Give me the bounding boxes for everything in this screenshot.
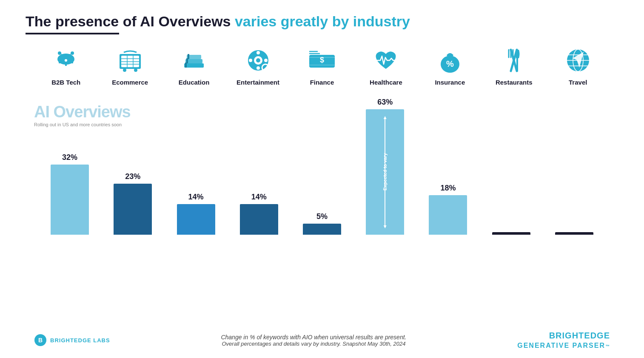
page-title: The presence of AI Overviews varies grea… bbox=[26, 13, 618, 30]
ecommerce-label: Ecommerce bbox=[112, 79, 148, 86]
footer-right: BRIGHTEDGE GENERATIVE PARSER™ bbox=[517, 331, 610, 349]
industry-education: Education bbox=[166, 45, 222, 86]
entertainment-icon bbox=[243, 45, 273, 75]
footer-left: B BRIGHTEDGE LABS bbox=[34, 334, 110, 347]
insurance-label: Insurance bbox=[435, 79, 465, 86]
footer: B BRIGHTEDGE LABS Change in % of keyword… bbox=[26, 326, 618, 349]
travel-label: Travel bbox=[569, 79, 587, 86]
finance-icon: $ bbox=[307, 45, 337, 75]
bar-ecommerce: 23% bbox=[107, 172, 158, 235]
ai-overviews-logo: AI Overviews Rolling out in US and more … bbox=[34, 103, 131, 127]
bar-restaurants-bar bbox=[492, 232, 530, 235]
ai-overviews-logo-text: AI Overviews bbox=[34, 103, 131, 121]
education-icon bbox=[179, 45, 209, 75]
brightedge-brand: BRIGHTEDGE GENERATIVE PARSER™ bbox=[517, 331, 610, 349]
bar-insurance-label: 18% bbox=[440, 184, 456, 193]
brightedge-labs-logo: B BRIGHTEDGE LABS bbox=[34, 334, 110, 347]
bar-education-label: 14% bbox=[188, 193, 204, 202]
finance-label: Finance bbox=[310, 79, 334, 86]
restaurants-icon bbox=[499, 45, 529, 75]
title-blue: varies greatly by industry bbox=[231, 13, 410, 29]
entertainment-label: Entertainment bbox=[237, 79, 279, 86]
chart-section: AI Overviews Rolling out in US and more … bbox=[26, 94, 618, 326]
industry-finance: $ Finance bbox=[294, 45, 350, 86]
b2btech-label: B2B Tech bbox=[51, 79, 80, 86]
bar-restaurants bbox=[486, 230, 537, 235]
industry-b2btech: B2B Tech bbox=[38, 45, 94, 86]
bar-healthcare-bar: ▲ ▼ Expected to vary bbox=[366, 109, 404, 235]
footer-note1: Change in % of keywords with AIO when un… bbox=[221, 334, 406, 341]
industry-healthcare: Healthcare bbox=[358, 45, 413, 86]
brand-line1: BRIGHTEDGE bbox=[549, 331, 610, 340]
title-area: The presence of AI Overviews varies grea… bbox=[26, 13, 618, 42]
bar-insurance-bar bbox=[429, 195, 467, 235]
bar-finance-bar bbox=[303, 224, 341, 235]
bar-travel bbox=[549, 230, 600, 235]
industry-restaurants: Restaurants bbox=[486, 45, 541, 86]
bar-travel-bar bbox=[555, 232, 593, 235]
svg-rect-21 bbox=[184, 63, 204, 68]
svg-point-33 bbox=[264, 59, 268, 62]
industry-ecommerce: Ecommerce bbox=[103, 45, 158, 86]
industry-entertainment: Entertainment bbox=[231, 45, 286, 86]
ai-overviews-subtitle: Rolling out in US and more countries soo… bbox=[34, 122, 131, 127]
education-label: Education bbox=[179, 79, 210, 86]
svg-rect-3 bbox=[71, 62, 73, 63]
svg-line-35 bbox=[268, 70, 270, 72]
bar-healthcare-label: 63% bbox=[377, 98, 393, 107]
svg-point-31 bbox=[256, 66, 260, 70]
svg-point-32 bbox=[249, 59, 252, 62]
bar-education-bar bbox=[177, 204, 215, 235]
footer-note2: Overall percentages and details vary by … bbox=[221, 341, 406, 347]
ecommerce-icon bbox=[115, 45, 145, 75]
industry-icons-row: B2B Tech bbox=[26, 45, 618, 86]
svg-text:B: B bbox=[38, 337, 43, 344]
title-black: The presence of AI Overviews bbox=[26, 13, 231, 29]
bar-b2btech-label: 32% bbox=[62, 153, 77, 162]
svg-point-29 bbox=[256, 58, 260, 63]
footer-center: Change in % of keywords with AIO when un… bbox=[221, 334, 406, 347]
bar-entertainment-bar bbox=[240, 204, 278, 235]
title-underline bbox=[26, 33, 119, 34]
bar-entertainment-label: 14% bbox=[251, 193, 267, 202]
b2btech-icon bbox=[51, 45, 81, 75]
svg-text:$: $ bbox=[320, 56, 324, 64]
bar-insurance: 18% bbox=[422, 184, 473, 235]
bar-b2btech: 32% bbox=[44, 153, 95, 235]
insurance-icon: % bbox=[435, 45, 465, 75]
svg-point-20 bbox=[134, 68, 137, 72]
svg-text:%: % bbox=[446, 59, 454, 68]
bar-healthcare: 63% ▲ ▼ Expected to vary bbox=[359, 98, 410, 235]
bar-entertainment: 14% bbox=[234, 193, 285, 235]
restaurants-label: Restaurants bbox=[496, 79, 533, 86]
brand-line2: GENERATIVE PARSER bbox=[517, 342, 605, 349]
bar-ecommerce-label: 23% bbox=[125, 172, 140, 181]
svg-point-44 bbox=[447, 54, 453, 59]
travel-icon bbox=[563, 45, 593, 75]
svg-rect-1 bbox=[59, 62, 60, 63]
svg-point-19 bbox=[123, 68, 126, 72]
svg-point-7 bbox=[65, 59, 67, 62]
healthcare-icon bbox=[371, 45, 401, 75]
healthcare-label: Healthcare bbox=[370, 79, 402, 86]
brightedge-labs-text: BRIGHTEDGE LABS bbox=[50, 337, 110, 344]
industry-travel: Travel bbox=[550, 45, 606, 86]
industry-insurance: % Insurance bbox=[422, 45, 478, 86]
bar-education: 14% bbox=[171, 193, 222, 235]
svg-point-30 bbox=[256, 51, 260, 54]
bar-finance: 5% bbox=[296, 212, 348, 235]
svg-rect-26 bbox=[188, 54, 189, 59]
bar-ecommerce-bar bbox=[114, 184, 152, 235]
brand-tm: ™ bbox=[605, 344, 610, 349]
bar-b2btech-bar bbox=[51, 165, 89, 235]
bar-finance-label: 5% bbox=[316, 212, 328, 221]
svg-rect-2 bbox=[65, 64, 67, 66]
